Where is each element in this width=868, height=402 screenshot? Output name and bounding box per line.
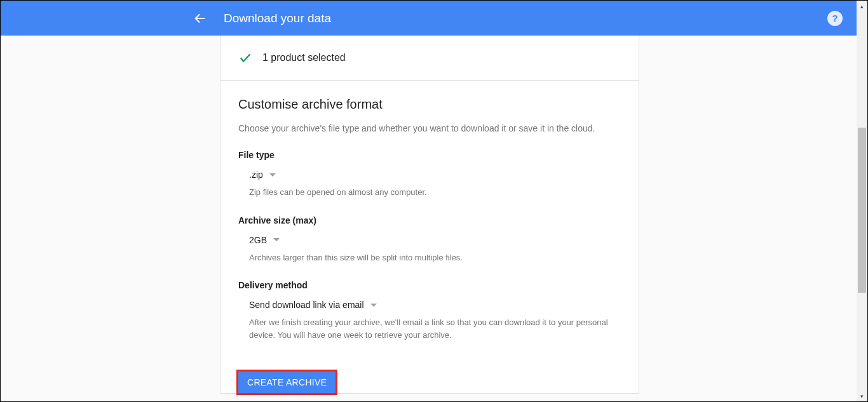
archive-size-dropdown[interactable]: 2GB xyxy=(238,235,280,245)
checkmark-icon xyxy=(238,51,252,65)
archive-size-group: Archive size (max) 2GB Archives larger t… xyxy=(238,215,621,264)
delivery-method-help: After we finish creating your archive, w… xyxy=(238,316,621,341)
archive-size-label: Archive size (max) xyxy=(238,215,621,225)
delivery-method-dropdown[interactable]: Send download link via email xyxy=(238,300,377,310)
section-description: Choose your archive's file type and whet… xyxy=(238,123,621,133)
archive-size-help: Archives larger than this size will be s… xyxy=(238,251,621,264)
section-title: Customise archive format xyxy=(238,97,621,112)
help-icon[interactable]: ? xyxy=(827,11,843,26)
delivery-method-group: Delivery method Send download link via e… xyxy=(238,280,621,341)
back-arrow-icon[interactable] xyxy=(193,11,207,25)
chevron-down-icon xyxy=(273,238,280,241)
delivery-method-value: Send download link via email xyxy=(249,300,364,310)
button-area: CREATE ARCHIVE xyxy=(220,364,639,393)
delivery-method-label: Delivery method xyxy=(238,280,621,290)
chevron-down-icon xyxy=(370,304,377,307)
create-archive-button[interactable]: CREATE ARCHIVE xyxy=(238,372,336,393)
selection-summary: 1 product selected xyxy=(220,36,639,81)
summary-text: 1 product selected xyxy=(262,52,346,64)
file-type-group: File type .zip Zip files can be opened o… xyxy=(238,150,621,199)
page-title: Download your data xyxy=(224,11,331,25)
scroll-up-icon[interactable]: ▴ xyxy=(857,1,867,11)
file-type-label: File type xyxy=(238,150,621,160)
scrollbar[interactable]: ▴ ▾ xyxy=(857,1,867,401)
main-content: 1 product selected Customise archive for… xyxy=(220,36,639,394)
chevron-down-icon xyxy=(269,173,276,177)
app-header: Download your data ? xyxy=(1,1,858,36)
file-type-value: .zip xyxy=(249,170,263,180)
scrollbar-thumb[interactable] xyxy=(858,128,866,293)
file-type-help: Zip files can be opened on almost any co… xyxy=(238,186,621,199)
archive-size-value: 2GB xyxy=(249,235,267,245)
customise-section: Customise archive format Choose your arc… xyxy=(220,81,639,364)
file-type-dropdown[interactable]: .zip xyxy=(238,170,276,180)
scroll-down-icon[interactable]: ▾ xyxy=(857,391,867,401)
